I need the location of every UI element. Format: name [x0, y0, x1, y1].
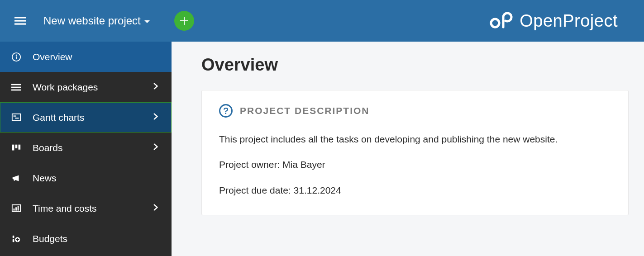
- brand-text: OpenProject: [520, 11, 618, 31]
- arrow-right-icon: [152, 203, 161, 214]
- svg-rect-6: [16, 56, 17, 59]
- sidebar-item-budgets[interactable]: Budgets: [0, 223, 172, 254]
- sidebar: Overview Work packages Gantt charts Boar…: [0, 42, 172, 256]
- svg-rect-19: [18, 206, 19, 210]
- svg-rect-11: [14, 115, 16, 116]
- svg-rect-9: [11, 89, 21, 90]
- sidebar-item-label: Boards: [33, 142, 63, 153]
- list-icon: [10, 82, 23, 92]
- sidebar-item-overview[interactable]: Overview: [0, 42, 172, 72]
- sidebar-item-gantt-charts[interactable]: Gantt charts: [0, 102, 172, 133]
- sidebar-item-boards[interactable]: Boards: [0, 133, 172, 163]
- page-title: Overview: [201, 55, 626, 75]
- svg-rect-8: [11, 86, 21, 88]
- project-selector[interactable]: New website project: [43, 14, 151, 27]
- svg-rect-20: [13, 235, 14, 238]
- svg-rect-7: [11, 84, 21, 85]
- arrow-right-icon: [152, 81, 161, 93]
- caret-down-icon: [143, 14, 151, 27]
- sidebar-item-news[interactable]: News: [0, 163, 172, 193]
- card-header: ? Project Description: [219, 104, 611, 118]
- menu-toggle-button[interactable]: [9, 9, 32, 32]
- card-title: Project Description: [240, 105, 370, 116]
- project-owner-text: Project owner: Mia Bayer: [219, 158, 611, 171]
- svg-rect-3: [491, 19, 499, 27]
- megaphone-icon: [10, 173, 23, 183]
- brand-logo: OpenProject: [490, 11, 618, 31]
- sidebar-item-time-and-costs[interactable]: Time and costs: [0, 193, 172, 223]
- sidebar-item-label: News: [33, 173, 57, 184]
- boards-icon: [10, 143, 23, 153]
- svg-rect-0: [14, 17, 26, 18]
- svg-rect-1: [14, 20, 26, 21]
- project-due-text: Project due date: 31.12.2024: [219, 184, 611, 197]
- sidebar-item-label: Time and costs: [33, 203, 97, 214]
- sidebar-item-label: Overview: [33, 52, 72, 62]
- arrow-right-icon: [152, 112, 161, 123]
- sidebar-item-work-packages[interactable]: Work packages: [0, 72, 172, 102]
- project-name: New website project: [43, 14, 141, 27]
- sidebar-item-label: Budgets: [33, 233, 67, 244]
- svg-rect-13: [12, 144, 14, 150]
- plus-icon: [179, 15, 190, 26]
- hamburger-icon: [14, 15, 26, 27]
- svg-rect-18: [15, 207, 17, 210]
- svg-rect-12: [15, 118, 19, 119]
- help-icon[interactable]: ?: [219, 104, 233, 118]
- svg-rect-15: [19, 144, 21, 149]
- card-body: This project includes all the tasks on d…: [219, 133, 611, 197]
- project-description-card: ? Project Description This project inclu…: [201, 90, 629, 215]
- svg-rect-2: [14, 23, 26, 24]
- chart-icon: [10, 204, 23, 213]
- svg-rect-10: [12, 114, 20, 120]
- budget-icon: [10, 234, 23, 244]
- sidebar-item-label: Work packages: [33, 82, 98, 93]
- top-bar: New website project OpenProject: [0, 0, 644, 42]
- svg-rect-14: [15, 144, 18, 148]
- main-content: Overview ? Project Description This proj…: [172, 42, 644, 256]
- svg-rect-24: [16, 239, 19, 240]
- gantt-icon: [10, 113, 23, 123]
- info-icon: [10, 52, 23, 62]
- svg-point-5: [16, 54, 17, 56]
- sidebar-item-label: Gantt charts: [33, 112, 84, 123]
- description-text: This project includes all the tasks on d…: [219, 133, 611, 146]
- arrow-right-icon: [152, 142, 161, 153]
- add-button[interactable]: [174, 11, 194, 31]
- openproject-icon: [490, 11, 513, 31]
- svg-rect-21: [13, 239, 14, 242]
- svg-rect-17: [14, 209, 15, 211]
